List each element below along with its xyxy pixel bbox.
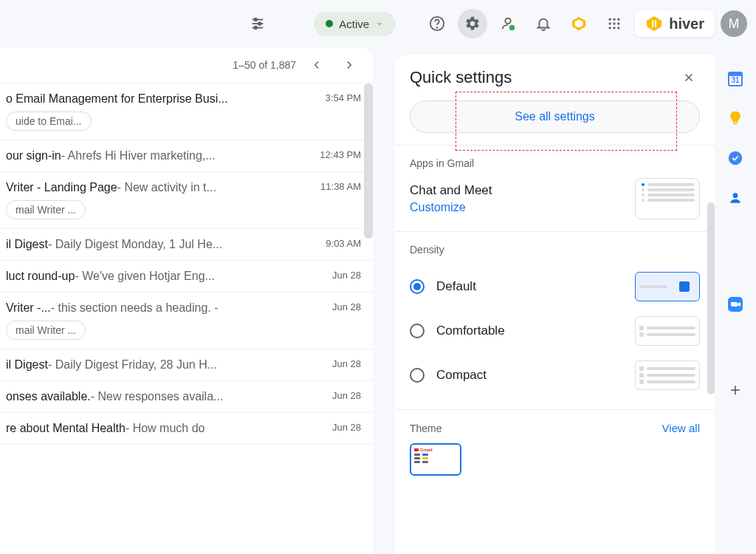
theme-option[interactable]: Gmail <box>410 443 461 476</box>
svg-point-16 <box>614 22 616 24</box>
apps-thumbnail <box>635 178 700 219</box>
status-dot-icon <box>326 20 333 27</box>
svg-point-29 <box>733 193 738 198</box>
prev-page-button[interactable] <box>305 53 329 77</box>
apps-grid-icon[interactable] <box>599 9 629 38</box>
svg-point-3 <box>255 18 258 21</box>
mail-row[interactable]: our sign-in - Ahrefs Hi Hiver marketing,… <box>0 140 373 172</box>
hiver-logo-icon <box>645 15 663 33</box>
radio-button[interactable] <box>410 368 425 383</box>
svg-text:31: 31 <box>731 76 740 84</box>
svg-point-15 <box>609 22 611 24</box>
attachment-chip[interactable]: mail Writer ... <box>6 321 86 340</box>
top-bar: Active hiver M <box>0 0 756 47</box>
svg-rect-27 <box>733 123 738 124</box>
mail-row[interactable]: luct round-up - We've given Hotjar Eng..… <box>0 261 373 293</box>
density-label: Compact <box>436 368 487 383</box>
quick-settings-panel: Quick settings See all settings Apps in … <box>395 55 715 554</box>
next-page-button[interactable] <box>337 53 361 77</box>
apps-chat-meet-label: Chat and Meet <box>410 183 492 198</box>
svg-point-18 <box>609 27 611 29</box>
status-pill[interactable]: Active <box>314 12 396 36</box>
svg-marker-21 <box>647 16 662 31</box>
scrollbar[interactable] <box>364 83 373 239</box>
mail-time: Jun 28 <box>332 270 361 281</box>
mail-row[interactable]: Vriter - Landing Page - New activity in … <box>0 172 373 229</box>
hiver-badge[interactable]: hiver <box>635 10 715 37</box>
radio-button[interactable] <box>410 279 425 294</box>
svg-point-17 <box>617 22 619 24</box>
customize-link[interactable]: Customize <box>410 201 492 214</box>
keep-icon[interactable] <box>726 109 744 127</box>
apps-section: Apps in Gmail Chat and Meet Customize <box>395 145 715 231</box>
hiver-app-icon[interactable] <box>564 9 594 38</box>
svg-point-7 <box>437 27 438 28</box>
mail-time: 3:54 PM <box>326 92 361 103</box>
svg-point-4 <box>258 22 261 25</box>
tasks-icon[interactable] <box>726 149 744 167</box>
density-label: Comfortable <box>436 324 505 338</box>
settings-title: Quick settings <box>410 68 512 87</box>
contacts-side-icon[interactable] <box>726 189 744 207</box>
theme-view-all-link[interactable]: View all <box>662 422 700 434</box>
svg-point-13 <box>614 18 616 21</box>
mail-row[interactable]: o Email Management for Enterprise Busi..… <box>0 83 373 140</box>
density-section: Density DefaultComfortableCompact <box>395 231 715 409</box>
help-icon[interactable] <box>422 9 452 38</box>
mail-time: Jun 28 <box>332 301 361 312</box>
attachment-chip[interactable]: mail Writer ... <box>6 200 86 219</box>
mail-row[interactable]: il Digest - Daily Digest Monday, 1 Jul H… <box>0 229 373 261</box>
add-addon-button[interactable]: + <box>730 380 740 400</box>
svg-point-8 <box>506 18 511 24</box>
svg-point-28 <box>729 151 742 165</box>
radio-button[interactable] <box>410 324 425 338</box>
contacts-icon[interactable] <box>493 9 523 38</box>
svg-point-5 <box>255 27 258 30</box>
hiver-text: hiver <box>669 16 704 33</box>
svg-point-9 <box>509 25 515 30</box>
mail-time: 12:43 PM <box>320 149 361 160</box>
pagination-label: 1–50 of 1,887 <box>233 59 296 71</box>
theme-section: Theme View all Gmail <box>395 409 715 479</box>
svg-point-20 <box>617 27 619 29</box>
density-thumbnail <box>635 272 700 301</box>
svg-rect-22 <box>652 20 653 27</box>
density-section-title: Density <box>410 244 700 256</box>
zoom-icon[interactable] <box>726 295 744 313</box>
density-thumbnail <box>635 360 700 390</box>
mail-time: Jun 28 <box>332 358 361 369</box>
mail-list[interactable]: o Email Management for Enterprise Busi..… <box>0 83 373 554</box>
notifications-icon[interactable] <box>529 9 558 38</box>
mail-row[interactable]: il Digest - Daily Digest Friday, 28 Jun … <box>0 349 373 381</box>
svg-point-19 <box>614 27 616 29</box>
svg-point-12 <box>609 18 611 21</box>
status-label: Active <box>339 18 369 30</box>
chevron-down-icon <box>375 19 384 28</box>
density-option[interactable]: Compact <box>410 353 700 397</box>
apps-section-title: Apps in Gmail <box>410 157 700 169</box>
density-label: Default <box>436 279 476 294</box>
close-button[interactable] <box>678 66 700 89</box>
attachment-chip[interactable]: uide to Emai... <box>6 112 92 131</box>
mail-row[interactable]: Vriter -... - this section needs a headi… <box>0 293 373 349</box>
mail-time: Jun 28 <box>332 390 361 401</box>
account-avatar[interactable]: M <box>721 10 747 37</box>
density-option[interactable]: Comfortable <box>410 309 700 353</box>
settings-gear-icon[interactable] <box>458 9 487 38</box>
theme-section-title: Theme <box>410 423 442 434</box>
mail-time: Jun 28 <box>332 422 361 433</box>
calendar-icon[interactable]: 31 <box>726 69 744 87</box>
mail-list-panel: 1–50 of 1,887 o Email Management for Ent… <box>0 47 373 554</box>
mail-row[interactable]: onses available. - New responses availa.… <box>0 381 373 413</box>
mail-row[interactable]: re about Mental Health - How much doJun … <box>0 413 373 445</box>
svg-rect-23 <box>655 20 656 27</box>
side-panel: 31 + <box>715 47 756 554</box>
density-option[interactable]: Default <box>410 264 700 309</box>
mail-time: 11:38 AM <box>320 181 361 192</box>
mail-time: 9:03 AM <box>326 238 361 249</box>
tune-icon[interactable] <box>243 9 272 38</box>
settings-scrollbar[interactable] <box>707 202 715 394</box>
see-all-settings-button[interactable]: See all settings <box>410 100 700 133</box>
svg-point-14 <box>617 18 619 21</box>
mail-toolbar: 1–50 of 1,887 <box>0 47 373 83</box>
